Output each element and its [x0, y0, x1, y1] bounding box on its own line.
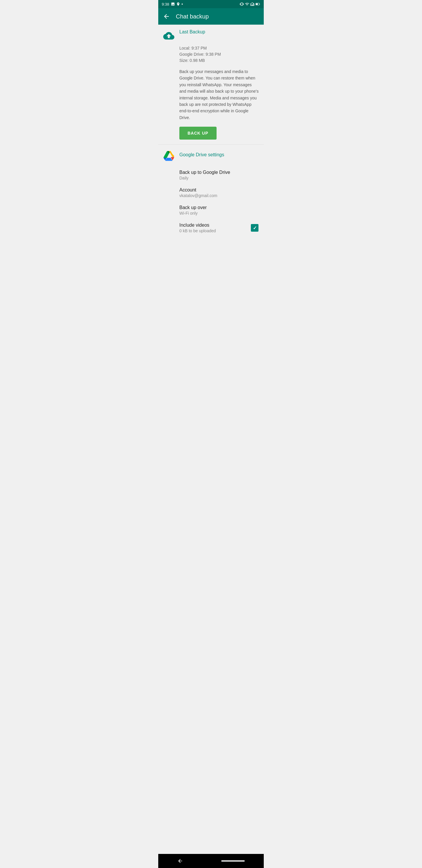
local-backup-time: Local: 9:37 PM	[180, 45, 259, 51]
backup-size: Size: 0.98 MB	[180, 58, 259, 64]
account-title: Account	[180, 187, 259, 193]
backup-frequency-item[interactable]: Back up to Google Drive Daily	[163, 166, 259, 184]
last-backup-title-container: Last Backup	[180, 29, 205, 36]
battery-icon	[256, 2, 260, 6]
backup-frequency-subtitle: Daily	[180, 176, 259, 180]
include-videos-text: Include videos 0 kB to be uploaded	[180, 223, 250, 233]
google-drive-backup-time: Google Drive: 9:38 PM	[180, 51, 259, 58]
status-bar-left: 9:38 •	[162, 2, 183, 6]
vibrate-icon	[240, 2, 244, 6]
svg-rect-1	[259, 4, 260, 5]
backup-description: Back up your messages and media to Googl…	[180, 68, 259, 121]
wifi-icon	[245, 2, 249, 6]
toolbar: Chat backup	[158, 8, 264, 25]
content-area: Last Backup Local: 9:37 PM Google Drive:…	[158, 25, 264, 262]
checkbox-checked-icon	[251, 224, 258, 232]
status-icons-left: •	[171, 2, 183, 6]
cloud-upload-icon	[163, 30, 175, 42]
back-button[interactable]	[163, 13, 170, 20]
include-videos-item[interactable]: Include videos 0 kB to be uploaded	[163, 219, 259, 237]
svg-rect-2	[256, 3, 258, 5]
account-value: vkatalov@gmail.com	[180, 193, 259, 198]
status-bar: 9:38 •	[158, 0, 264, 8]
include-videos-title: Include videos	[180, 223, 250, 228]
photo-icon	[171, 2, 175, 6]
status-time: 9:38	[162, 2, 169, 6]
include-videos-subtitle: 0 kB to be uploaded	[180, 228, 250, 233]
notification-dot: •	[182, 2, 183, 6]
google-drive-settings-title: Google Drive settings	[180, 152, 224, 157]
last-backup-header: Last Backup	[163, 29, 259, 42]
backup-over-subtitle: Wi-Fi only	[180, 211, 259, 216]
signal-icon	[250, 2, 254, 6]
google-drive-settings-section: Google Drive settings Back up to Google …	[158, 145, 264, 239]
last-backup-section: Last Backup Local: 9:37 PM Google Drive:…	[158, 25, 264, 142]
last-backup-body: Local: 9:37 PM Google Drive: 9:38 PM Siz…	[163, 45, 259, 140]
status-icons-right	[240, 2, 260, 6]
google-drive-settings-header: Google Drive settings	[163, 149, 259, 162]
page-title: Chat backup	[176, 13, 209, 20]
backup-frequency-title: Back up to Google Drive	[180, 170, 259, 175]
account-item[interactable]: Account vkatalov@gmail.com	[163, 184, 259, 202]
google-drive-icon	[163, 150, 175, 162]
location-icon	[176, 2, 180, 6]
include-videos-checkbox[interactable]	[250, 223, 259, 232]
last-backup-title: Last Backup	[180, 29, 205, 35]
back-up-button[interactable]: BACK UP	[180, 127, 217, 140]
backup-over-title: Back up over	[180, 205, 259, 210]
backup-over-item[interactable]: Back up over Wi-Fi only	[163, 202, 259, 219]
